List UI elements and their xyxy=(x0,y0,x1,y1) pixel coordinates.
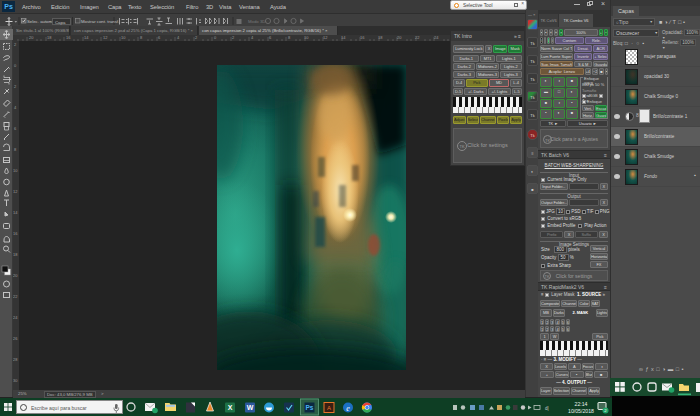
svg-text:A: A xyxy=(327,405,331,411)
svg-text:20: 20 xyxy=(13,273,18,278)
svg-text:12: 12 xyxy=(103,35,108,40)
svg-text:10: 10 xyxy=(121,35,126,40)
svg-text:20: 20 xyxy=(397,35,402,40)
svg-text:10: 10 xyxy=(13,168,18,173)
svg-text:12: 12 xyxy=(13,189,18,194)
svg-text:16: 16 xyxy=(13,231,18,236)
svg-text:30: 30 xyxy=(13,378,18,383)
svg-text:22: 22 xyxy=(13,294,18,299)
svg-text:18: 18 xyxy=(47,35,52,40)
svg-text:16: 16 xyxy=(360,35,365,40)
svg-text:24: 24 xyxy=(13,315,18,320)
svg-text:X: X xyxy=(228,404,233,411)
svg-text:18: 18 xyxy=(13,252,18,257)
svg-text:10/05/2018: 10/05/2018 xyxy=(568,408,594,414)
svg-text:16: 16 xyxy=(66,35,71,40)
svg-text:e: e xyxy=(346,404,350,413)
svg-text:d|: d| xyxy=(545,406,549,411)
svg-text:Ps: Ps xyxy=(306,404,314,411)
svg-text:24: 24 xyxy=(434,35,439,40)
svg-text:12: 12 xyxy=(323,35,328,40)
svg-text:W: W xyxy=(247,404,254,411)
svg-text:14: 14 xyxy=(13,210,18,215)
svg-text:14: 14 xyxy=(84,35,89,40)
svg-text:26: 26 xyxy=(13,336,18,341)
svg-text:22:14: 22:14 xyxy=(575,401,588,407)
svg-text:20: 20 xyxy=(29,35,34,40)
svg-text:28: 28 xyxy=(13,357,18,362)
